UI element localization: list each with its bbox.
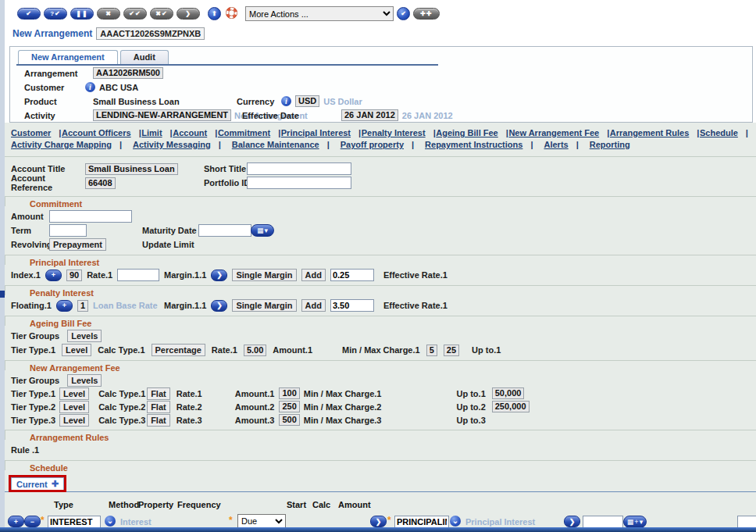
penalty-margin-op-button[interactable]: Add [301,299,326,312]
chevron-down-icon: ▾ [640,518,644,526]
calc-button[interactable]: Flat [147,401,170,413]
nav-link[interactable]: Limit [141,128,162,137]
nav-link[interactable]: Balance Maintenance [232,140,319,149]
plus-icon: + [634,518,638,526]
nav-link[interactable]: Alerts [544,140,568,149]
rate-input[interactable] [117,269,159,281]
add-row-button[interactable]: + [8,516,24,527]
maturity-date-input[interactable] [198,224,251,237]
upto-label: Up to.1 [472,345,501,355]
schedule-row: + − * ⌄ Interest * Due ❯ * ⌄ Principal I… [5,514,756,528]
expand-all-button[interactable]: ✚✚ [413,8,440,20]
col-start: Start [287,500,306,509]
currency-info-icon[interactable]: i [281,96,291,106]
prepayment-button[interactable]: Prepayment [49,238,106,251]
forward-button[interactable]: ❯ [177,8,200,20]
margin-type-button[interactable]: Single Margin [232,269,296,281]
hold-button[interactable]: ❚❚ [70,8,94,20]
penalty-margin-arrow-button[interactable]: ❯ [211,300,227,312]
maturity-calendar-button[interactable]: ▦▾ [251,224,274,237]
tier-groups-button[interactable]: Levels [67,330,102,342]
authorize-button[interactable]: ✔✔ [123,8,147,20]
short-title-input[interactable] [247,162,351,175]
portfolio-id-input[interactable] [247,177,351,189]
nav-link[interactable]: Account [173,128,207,137]
term-input[interactable] [49,224,87,237]
calc-type-button[interactable]: Percentage [152,344,205,356]
naf-tier-groups-button[interactable]: Levels [67,374,102,387]
tier-button[interactable]: Level [59,401,89,413]
upload-icon[interactable]: ⬆ [208,7,221,20]
fee-tier-row: Tier Type.3 Level Calc Type.3 Flat Rate.… [5,413,756,427]
expand-start-button[interactable]: ❯ [564,516,580,527]
nav-link[interactable]: Arrangement Rules [610,128,689,137]
remove-row-button[interactable]: − [24,516,41,527]
nav-link[interactable]: Repayment Instructions [425,140,522,149]
nav-link[interactable]: New Arrangement Fee [508,128,599,137]
amount-input[interactable] [49,210,132,223]
nav-link[interactable]: Activity Charge Mapping [11,140,112,149]
tab-new-arrangement[interactable]: New Arrangement [18,50,118,64]
calc-button[interactable]: Flat [147,414,170,427]
commitment-section: Commitment Amount Term Maturity Date ▦▾ … [5,196,756,252]
add-schedule-icon[interactable]: ✚ [52,479,59,489]
title-row: New Arrangement AAACT12026S9MZPNXB [5,24,756,45]
tier-button[interactable]: Level [59,414,89,427]
start-date-input[interactable] [583,516,623,528]
delete-button[interactable]: ✖ [97,8,120,20]
nav-link[interactable]: Reporting [590,140,630,149]
minmax-label: Min / Max Charge.1 [342,345,420,355]
arrangement-rules-title: Arrangement Rules [5,430,756,443]
calc-button[interactable]: Flat [147,387,170,400]
nav-separator: | [358,128,361,137]
expand-property-button[interactable]: ❯ [370,516,387,527]
required-icon: * [41,515,45,526]
rate-label: Rate.3 [177,416,202,425]
nav-link[interactable]: Payoff property [341,140,404,149]
customer-info-icon[interactable]: i [85,82,95,92]
help-lifering-icon[interactable] [226,7,237,20]
penalty-margin-value-input[interactable] [330,299,374,312]
validate-button[interactable]: ?✔ [44,8,67,20]
more-actions-select[interactable]: More Actions ... [245,6,394,21]
index-expand-button[interactable]: + [45,270,62,281]
nav-link[interactable]: Penalty Interest [362,128,426,137]
rate-label: Rate.2 [177,402,202,412]
penalty-margin-type-button[interactable]: Single Margin [232,299,296,312]
nav-link[interactable]: Activity Messaging [133,140,211,149]
property2-chevron-icon[interactable]: ⌄ [450,516,461,527]
nav-link[interactable]: Customer [11,128,51,137]
naf-tier-groups-label: Tier Groups [11,376,59,385]
upto-value: 250,000 [492,401,530,412]
amount-input[interactable] [737,516,756,528]
margin-value-input[interactable] [330,269,374,281]
margin-arrow-button[interactable]: ❯ [211,270,227,281]
reject-button[interactable]: ✖✔ [150,8,173,20]
start-calendar-button[interactable]: ▦+▾ [623,516,647,528]
currency-enrichment: US Dollar [323,97,362,106]
minmax-label: Min / Max Charge.3 [304,416,382,425]
floating-expand-button[interactable]: + [56,300,73,312]
nav-link[interactable]: Ageing Bill Fee [436,128,497,137]
schedule-tab-current[interactable]: Current ✚ [11,477,64,490]
nav-link[interactable]: Schedule [700,128,738,137]
amount-label: Amount.2 [235,402,275,412]
tier-type-button[interactable]: Level [62,344,91,356]
tier-button[interactable]: Level [59,387,89,400]
confirm-action-icon[interactable]: ✔ [397,7,410,20]
penalty-margin-label: Margin.1.1 [164,301,206,310]
commit-button[interactable]: ✔ [17,8,41,20]
schedule-title: Schedule [5,461,756,473]
schedule-section: Schedule Current ✚ Type Method Property … [5,460,756,532]
calc-label: Calc Type.1 [98,389,147,398]
nav-link[interactable]: Account Officers [62,128,131,137]
nav-link[interactable]: Principal Interest [281,128,351,137]
nav-link[interactable]: Commitment [218,128,270,137]
type-input[interactable] [48,516,101,528]
property2-input[interactable] [394,516,449,528]
tab-audit[interactable]: Audit [120,50,169,64]
margin-op-button[interactable]: Add [301,269,326,281]
amount-label: Amount [11,212,49,221]
method-chevron-icon[interactable]: ⌄ [105,516,116,527]
frequency-select[interactable]: Due [237,514,286,528]
